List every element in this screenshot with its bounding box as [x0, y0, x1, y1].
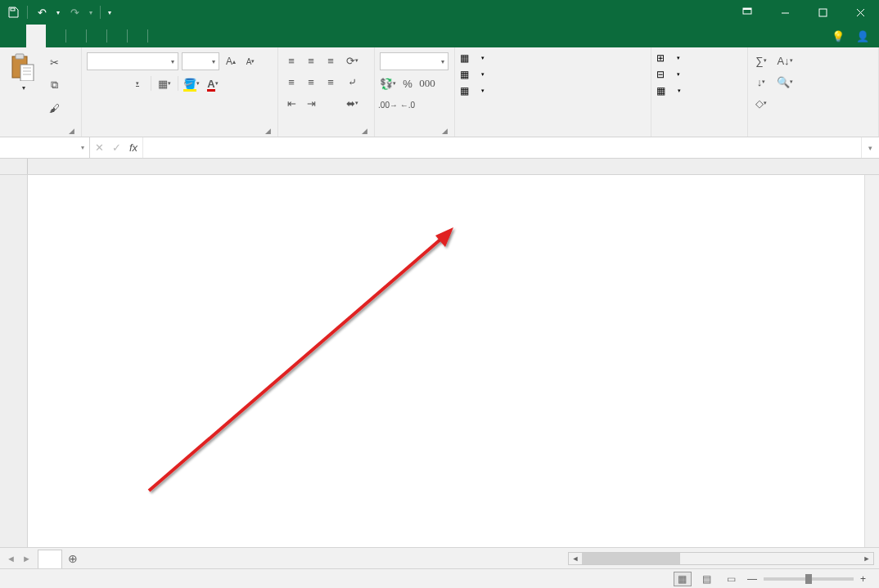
undo-dropdown-icon[interactable]: ▾ — [53, 2, 63, 22]
merge-icon[interactable]: ⬌▾ — [344, 95, 360, 111]
vertical-scrollbar[interactable] — [864, 175, 879, 547]
increase-indent-icon[interactable]: ⇥ — [303, 95, 319, 111]
comma-icon[interactable]: 000 — [419, 75, 435, 92]
align-left-icon[interactable]: ≡ — [283, 74, 300, 90]
fx-icon[interactable]: fx — [129, 141, 137, 154]
paste-button[interactable]: ▾ — [5, 51, 41, 93]
zoom-slider[interactable] — [764, 577, 854, 581]
group-font: ▾ ▾ A▴ A▾ ▾ ▦▾ 🪣▾ A▾ ◢ — [82, 47, 278, 137]
svg-rect-9 — [20, 65, 34, 81]
sort-filter-icon[interactable]: A↓▾ — [774, 52, 796, 69]
fill-color-icon[interactable]: 🪣▾ — [183, 75, 200, 92]
increase-font-icon[interactable]: A▴ — [223, 53, 239, 70]
redo-icon[interactable]: ↷ — [65, 2, 84, 22]
arrow-annotation — [28, 175, 519, 527]
tab-home[interactable] — [26, 25, 46, 47]
qat-customize-icon[interactable]: ▾ — [105, 2, 115, 22]
decrease-decimal-icon[interactable]: ←.0 — [399, 97, 416, 113]
increase-decimal-icon[interactable]: .00→ — [380, 97, 396, 113]
italic-button[interactable] — [108, 75, 124, 92]
conditional-formatting-button[interactable]: ▦ ▾ — [460, 52, 485, 64]
delete-cells-icon: ⊟ — [656, 69, 665, 80]
font-launcher-icon[interactable]: ◢ — [265, 127, 271, 135]
align-right-icon[interactable]: ≡ — [322, 74, 339, 90]
underline-button[interactable]: ▾ — [129, 75, 146, 92]
minimize-button[interactable] — [766, 0, 804, 25]
format-cells-button[interactable]: ▦ ▾ — [656, 85, 681, 97]
undo-icon[interactable]: ↶ — [32, 2, 52, 22]
font-color-icon[interactable]: A▾ — [205, 75, 221, 92]
autosum-icon[interactable]: ∑▾ — [753, 52, 769, 69]
accept-formula-icon[interactable]: ✓ — [112, 141, 121, 154]
tab-review[interactable] — [128, 25, 147, 47]
insert-cells-button[interactable]: ⊞ ▾ — [656, 52, 681, 64]
group-alignment: ≡ ≡ ≡ ≡ ≡ ≡ ⇤ ⇥ ⟳▾ ⤶ ⬌▾ ◢ — [278, 47, 375, 137]
view-page-break-icon[interactable]: ▭ — [723, 572, 741, 586]
cancel-formula-icon[interactable]: ✕ — [95, 141, 104, 154]
share-button[interactable]: 👤 — [856, 30, 872, 43]
group-styles: ▦ ▾ ▦ ▾ ▦ ▾ — [455, 47, 651, 137]
align-top-icon[interactable]: ≡ — [283, 52, 300, 69]
fill-icon[interactable]: ↓▾ — [753, 74, 769, 90]
align-center-icon[interactable]: ≡ — [303, 74, 319, 90]
font-name-combo[interactable]: ▾ — [87, 52, 178, 70]
number-launcher-icon[interactable]: ◢ — [442, 127, 448, 135]
format-as-table-button[interactable]: ▦ ▾ — [460, 69, 485, 80]
title-bar: ↶ ▾ ↷ ▾ ▾ — [0, 0, 879, 25]
number-format-combo[interactable]: ▾ — [380, 52, 449, 70]
tab-insert[interactable] — [46, 25, 65, 47]
tab-data[interactable] — [107, 25, 127, 47]
decrease-font-icon[interactable]: A▾ — [242, 53, 259, 70]
add-sheet-button[interactable]: ⊕ — [62, 548, 83, 568]
svg-rect-0 — [11, 8, 15, 11]
font-size-combo[interactable]: ▾ — [182, 52, 219, 70]
cell-area[interactable] — [28, 175, 864, 547]
format-painter-icon[interactable]: 🖌 — [46, 100, 62, 116]
maximize-button[interactable] — [804, 0, 841, 25]
quick-save-icon[interactable] — [3, 2, 23, 22]
group-editing: ∑▾ ↓▾ ◇▾ A↓▾ 🔍▾ — [748, 47, 879, 137]
redo-dropdown-icon[interactable]: ▾ — [86, 2, 96, 22]
select-all-corner[interactable] — [0, 159, 28, 174]
formula-input[interactable] — [143, 137, 861, 158]
svg-line-13 — [149, 234, 447, 491]
tab-page-layout[interactable] — [66, 25, 86, 47]
sheet-tab[interactable] — [38, 550, 62, 568]
percent-icon[interactable]: % — [399, 75, 416, 92]
alignment-launcher-icon[interactable]: ◢ — [362, 127, 367, 135]
bold-button[interactable] — [87, 75, 103, 92]
tab-file[interactable] — [7, 25, 26, 47]
view-page-layout-icon[interactable]: ▤ — [698, 572, 716, 586]
borders-icon[interactable]: ▦▾ — [156, 75, 173, 92]
ribbon-tabs: 💡 👤 — [0, 25, 879, 47]
close-button[interactable] — [841, 0, 879, 25]
tab-view[interactable] — [148, 25, 168, 47]
align-bottom-icon[interactable]: ≡ — [322, 52, 339, 69]
align-middle-icon[interactable]: ≡ — [303, 52, 319, 69]
copy-icon[interactable]: ⧉ — [46, 77, 62, 93]
horizontal-scrollbar[interactable]: ◄► — [568, 552, 874, 565]
sheet-nav-prev-icon[interactable]: ◄ — [7, 554, 16, 563]
clipboard-launcher-icon[interactable]: ◢ — [69, 127, 74, 135]
sheet-nav-next-icon[interactable]: ► — [22, 554, 31, 563]
orientation-icon[interactable]: ⟳▾ — [344, 52, 360, 69]
table-icon: ▦ — [460, 69, 469, 80]
view-normal-icon[interactable]: ▦ — [674, 572, 692, 586]
cut-icon[interactable]: ✂ — [46, 54, 62, 70]
paste-icon — [8, 52, 38, 82]
ribbon-options-icon[interactable] — [728, 0, 766, 25]
clear-icon[interactable]: ◇▾ — [753, 95, 769, 111]
expand-formula-bar-icon[interactable]: ▾ — [861, 137, 879, 158]
zoom-out-button[interactable]: — — [747, 573, 757, 585]
name-box[interactable]: ▾ — [0, 137, 90, 158]
currency-icon[interactable]: 💱▾ — [380, 75, 396, 92]
zoom-in-button[interactable]: + — [860, 573, 866, 585]
decrease-indent-icon[interactable]: ⇤ — [283, 95, 300, 111]
wrap-text-icon[interactable]: ⤶ — [344, 74, 360, 90]
find-select-icon[interactable]: 🔍▾ — [774, 74, 796, 90]
tab-formulas[interactable] — [87, 25, 106, 47]
cell-styles-button[interactable]: ▦ ▾ — [460, 85, 485, 97]
group-cells: ⊞ ▾ ⊟ ▾ ▦ ▾ — [651, 47, 748, 137]
delete-cells-button[interactable]: ⊟ ▾ — [656, 69, 681, 80]
tell-me[interactable]: 💡 — [832, 30, 848, 43]
